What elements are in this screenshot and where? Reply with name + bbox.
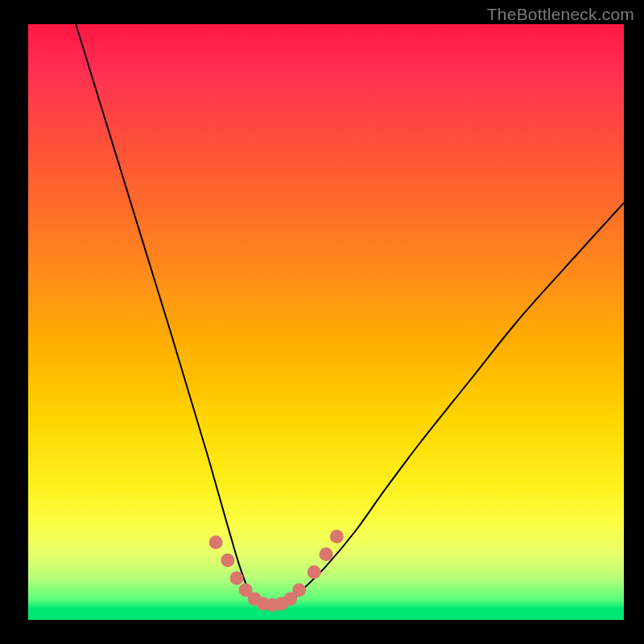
highlight-dot: [330, 530, 344, 543]
highlight-dot: [292, 584, 306, 597]
highlight-dot: [230, 572, 244, 585]
curve-svg: [28, 24, 624, 620]
chart-frame: TheBottleneck.com: [0, 0, 644, 644]
highlight-dot: [221, 554, 234, 568]
highlight-dot: [209, 535, 223, 549]
bottleneck-curve-path: [76, 24, 624, 609]
highlight-dot: [320, 547, 333, 561]
watermark-label: TheBottleneck.com: [487, 5, 634, 24]
plot-area: [28, 24, 624, 620]
highlight-dot: [308, 565, 321, 579]
